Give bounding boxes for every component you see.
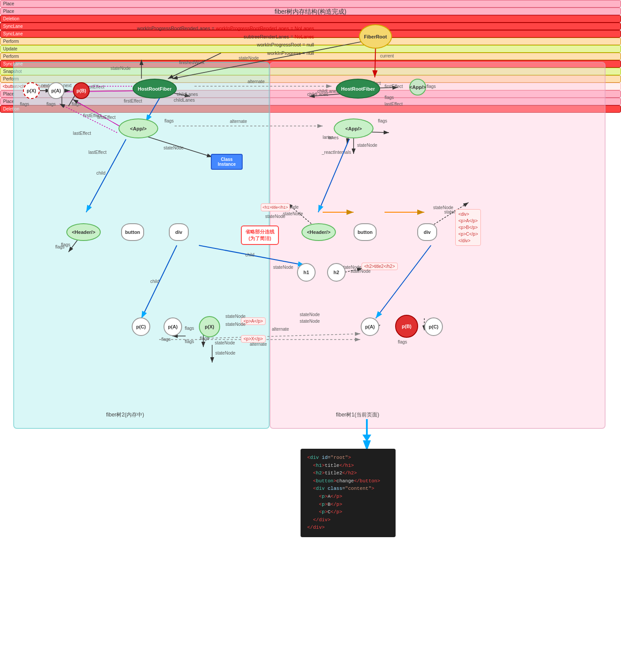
- label-lanes: lanes: [323, 135, 333, 140]
- label-flags-pA-left: flags: [161, 337, 171, 342]
- node-pB-top: p(B): [73, 82, 90, 99]
- label-lasteffect-right: lastEffect: [385, 102, 403, 107]
- h2-node: h2: [327, 263, 346, 282]
- label-firsteffect-left-app: firstEffect: [97, 115, 116, 120]
- div-left: div: [169, 223, 189, 241]
- code-block: <div id="root"> <h1>title</h1> <h2>title…: [301, 449, 396, 537]
- label-statenode-pX: stateNode: [215, 340, 235, 345]
- omit-note: 省略部分连线(为了简洁): [241, 225, 279, 245]
- app-right: <App/>: [334, 118, 373, 138]
- anno-nolanes2: NoLanes: [294, 34, 314, 39]
- fiber-tree1-label: fiber树1(当前页面): [336, 411, 379, 419]
- bg-cyan-panel: [13, 62, 270, 429]
- pC-left: p(C): [132, 317, 150, 336]
- label-flags-pX-left: flags: [200, 336, 209, 341]
- pB-right: p(B): [395, 315, 418, 338]
- label-flags-pA-top: flags: [46, 102, 56, 107]
- button-right: button: [354, 223, 377, 241]
- main-container: fiber树内存结构(构造完成) workInProgressRootRende…: [0, 0, 621, 672]
- pA-right: p(A): [361, 317, 379, 336]
- arrow-head: [362, 435, 371, 442]
- header-left: <Header/>: [66, 223, 101, 241]
- label-flags-app-right-small: flags: [427, 84, 436, 89]
- label-statenode-h1h: stateNode: [265, 214, 286, 219]
- label-flags-app-right: flags: [378, 118, 387, 123]
- label-flags-pX-top: flags: [20, 102, 29, 107]
- host-root-fiber-left: HostRootFiber: [133, 79, 177, 99]
- page-title: fiber树内存结构(构造完成): [0, 4, 621, 18]
- pC-right: p(C): [424, 317, 443, 336]
- fiber-tree2-label: fiber树2(内存中): [106, 411, 144, 419]
- label-firsteffect-right: firstEffect: [385, 84, 403, 89]
- node-app-right-small: <App/>: [409, 79, 426, 95]
- header-right: <Header/>: [301, 223, 336, 241]
- statenode-div-box: <div><p>A</p><p>B</p><p>C</p></div>: [455, 209, 481, 246]
- label-flags-app-left: flags: [164, 118, 174, 123]
- statenode-h1h: <h1>title</h1>: [261, 203, 290, 211]
- label-statenode-pC-left: stateNode: [225, 322, 246, 327]
- h1-node: h1: [297, 263, 316, 282]
- pA-left: p(A): [164, 317, 182, 336]
- button-left: button: [121, 223, 144, 241]
- arrow-down-container: [362, 419, 371, 442]
- bg-pink-panel: [270, 62, 606, 429]
- label-statenode-h2: stateNode: [351, 269, 371, 274]
- label-childlanes-right: childLanes: [307, 92, 328, 97]
- arrow-shaft: [366, 419, 368, 435]
- host-root-fiber-right: HostRootFiber: [336, 79, 380, 99]
- label-statenode-pA-left: stateNode: [225, 314, 246, 319]
- node-pX-top: p(X): [23, 82, 40, 99]
- anno-nolanes1: workInProgressRootRenderLanes = NoLanes: [216, 26, 314, 31]
- label-flags-pB-right: flags: [398, 340, 407, 344]
- label-flags-header-left: flags: [61, 242, 70, 247]
- fiber-root-node: FiberRoot: [359, 24, 392, 49]
- node-pA-top: p(A): [48, 82, 65, 99]
- header-annotations: workInProgressRootRenderLanes = workInPr…: [137, 24, 314, 57]
- label-flags-host-right: flags: [385, 95, 394, 100]
- class-instance: ClassInstance: [211, 154, 243, 170]
- label-childlanes-left: childLanes: [177, 92, 198, 97]
- pX-left: p(X): [199, 316, 220, 337]
- app-left: <App/>: [118, 118, 158, 138]
- label-flags-pB-top: flags: [72, 102, 81, 107]
- label-statenode-div: stateNode: [433, 205, 453, 210]
- div-right: div: [417, 223, 437, 241]
- statenode-pX-box: <p>X</p>: [241, 335, 266, 343]
